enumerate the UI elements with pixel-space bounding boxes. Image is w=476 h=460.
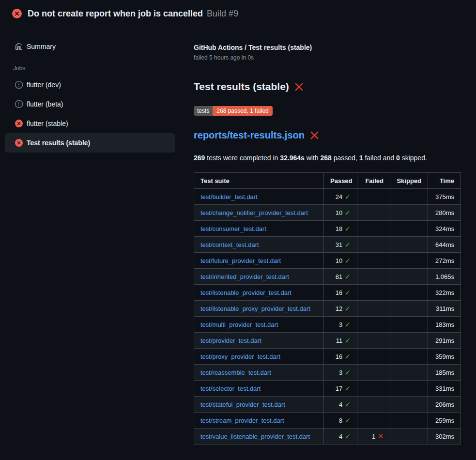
count-value: 81 [336, 273, 342, 280]
summary-segment: 32.964s [280, 154, 305, 162]
test-suite-link[interactable]: test/selector_test.dart [200, 385, 261, 392]
failed-cell [357, 285, 390, 301]
stop-icon [15, 100, 23, 108]
count-value: 3 [339, 369, 342, 376]
sidebar-item-label: Test results (stable) [27, 139, 90, 147]
table-row: test/selector_test.dart 17✓ 331ms [194, 381, 461, 397]
passed-cell: 12✓ [324, 301, 357, 317]
summary-segment: passed, [332, 154, 359, 162]
count-value: 17 [336, 385, 342, 392]
check-icon: ✓ [345, 321, 351, 328]
summary-segment: 269 [194, 154, 205, 162]
test-suite-link[interactable]: test/inherited_provider_test.dart [200, 273, 289, 280]
check-icon: ✓ [345, 257, 351, 264]
sidebar-item-summary[interactable]: Summary [5, 37, 175, 56]
sidebar-item-job[interactable]: flutter (beta) [5, 94, 175, 114]
time-cell: 272ms [428, 253, 461, 269]
failed-cell [357, 253, 390, 269]
x-icon: ✕ [378, 432, 384, 440]
skipped-cell [390, 221, 428, 237]
test-results-table: Test suitePassedFailedSkippedTime test/b… [194, 172, 461, 445]
report-title: Test results (stable) [194, 80, 289, 93]
skipped-cell [390, 397, 428, 413]
check-icon: ✓ [345, 400, 351, 408]
passed-cell: 4✓ [324, 397, 357, 413]
summary-segment: skipped. [400, 154, 427, 162]
skipped-cell [390, 205, 428, 221]
test-suite-link[interactable]: test/future_provider_test.dart [200, 257, 281, 264]
test-suite-link[interactable]: test/builder_test.dart [200, 193, 258, 200]
test-suite-link[interactable]: test/value_listenable_provider_test.dart [200, 433, 310, 440]
sidebar-item-label: flutter (stable) [27, 120, 68, 127]
time-cell: 359ms [428, 349, 461, 365]
passed-cell: 17✓ [324, 381, 357, 397]
test-suite-link[interactable]: test/stateful_provider_test.dart [200, 401, 285, 408]
count-value: 8 [339, 417, 342, 424]
check-icon: ✓ [345, 337, 351, 344]
report-title-row: Test results (stable) [194, 80, 476, 98]
test-suite-link[interactable]: test/reassemble_test.dart [200, 369, 271, 376]
x-circle-icon [12, 9, 22, 18]
sidebar-item-job[interactable]: flutter (dev) [5, 75, 175, 94]
skipped-cell [390, 285, 428, 301]
count-value: 18 [336, 225, 342, 232]
report-file-row: reports/test-results.json [194, 128, 476, 146]
table-row: test/reassemble_test.dart 3✓ 185ms [194, 365, 461, 381]
jobs-section-heading: Jobs [13, 65, 184, 72]
check-icon: ✓ [345, 225, 351, 232]
breadcrumb: GitHub Actions / Test results (stable) [194, 43, 476, 52]
report-file-link[interactable]: reports/test-results.json [194, 128, 305, 142]
build-title: Do not create report when job is cancell… [28, 9, 203, 19]
badge-label: tests [194, 106, 213, 116]
passed-cell: 11✓ [324, 333, 357, 349]
test-suite-link[interactable]: test/listenable_proxy_provider_test.dart [200, 305, 310, 312]
build-header: Do not create report when job is cancell… [0, 0, 476, 27]
test-suite-link[interactable]: test/proxy_provider_test.dart [200, 353, 280, 360]
check-icon: ✓ [345, 209, 351, 216]
check-icon: ✓ [345, 353, 351, 360]
failed-x-icon [294, 82, 304, 92]
time-cell: 644ms [428, 237, 461, 253]
table-row: test/inherited_provider_test.dart 81✓ 1.… [194, 269, 461, 285]
time-cell: 206ms [428, 397, 461, 413]
check-icon: ✓ [345, 289, 351, 296]
passed-cell: 18✓ [324, 221, 357, 237]
test-suite-link[interactable]: test/consumer_test.dart [200, 225, 266, 232]
failed-cell [357, 205, 390, 221]
failed-cell [357, 237, 390, 253]
test-suite-link[interactable]: test/multi_provider_test.dart [200, 321, 278, 328]
time-cell: 324ms [428, 221, 461, 237]
badge-value: 268 passed, 1 failed [213, 106, 272, 116]
test-suite-link[interactable]: test/context_test.dart [200, 241, 259, 248]
check-icon: ✓ [345, 368, 351, 376]
count-value: 10 [336, 209, 342, 216]
passed-cell: 10✓ [324, 253, 357, 269]
check-icon: ✓ [345, 384, 351, 392]
test-suite-link[interactable]: test/provider_test.dart [200, 337, 261, 344]
failed-cell [357, 189, 390, 205]
test-suite-link[interactable]: test/stream_provider_test.dart [200, 417, 284, 424]
count-value: 1 [372, 433, 375, 440]
summary-segment: 0 [396, 154, 400, 162]
sidebar-item-label: flutter (dev) [27, 81, 61, 89]
sidebar-item-job[interactable]: Test results (stable) [5, 133, 175, 153]
table-header-row: Test suitePassedFailedSkippedTime [194, 173, 461, 189]
x-circle-icon [15, 139, 23, 147]
count-value: 4 [339, 433, 342, 440]
check-icon: ✓ [345, 273, 351, 280]
table-row: test/provider_test.dart 11✓ 291ms [194, 333, 461, 349]
sidebar-item-label: flutter (beta) [27, 100, 63, 108]
table-row: test/builder_test.dart 24✓ 375ms [194, 189, 461, 205]
test-suite-link[interactable]: test/listenable_provider_test.dart [200, 289, 292, 296]
run-status-line: failed 5 hours ago in 0s [194, 53, 476, 62]
time-cell: 1.065s [428, 269, 461, 285]
count-value: 16 [336, 353, 342, 360]
count-value: 11 [336, 337, 343, 344]
test-suite-link[interactable]: test/change_notifier_provider_test.dart [200, 209, 308, 216]
table-row: test/consumer_test.dart 18✓ 324ms [194, 221, 461, 237]
time-cell: 302ms [428, 429, 461, 445]
sidebar-item-job[interactable]: flutter (stable) [5, 114, 175, 133]
summary-segment: 1 [359, 154, 363, 162]
table-row: test/listenable_provider_test.dart 16✓ 3… [194, 285, 461, 301]
skipped-cell [390, 253, 428, 269]
